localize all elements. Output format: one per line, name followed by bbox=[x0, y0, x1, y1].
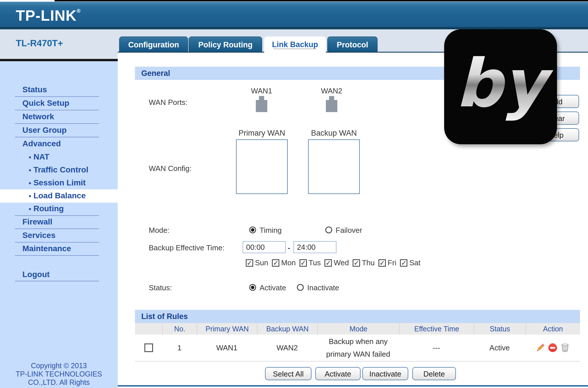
tab-protocol[interactable]: Protocol bbox=[327, 37, 378, 53]
rules-table-header: No. Primary WAN Backup WAN Mode Effectiv… bbox=[135, 323, 580, 335]
tab-configuration[interactable]: Configuration bbox=[119, 37, 188, 53]
day-item: ✓Tus bbox=[299, 258, 321, 267]
day-checkbox[interactable]: ✓ bbox=[299, 259, 307, 267]
disable-icon[interactable] bbox=[548, 343, 558, 353]
day-item: ✓Thu bbox=[353, 258, 375, 267]
wan1-port-icon bbox=[256, 96, 267, 112]
cell-primary-wan: WAN1 bbox=[197, 335, 257, 361]
menu-rule bbox=[15, 228, 99, 229]
section-header-list-of-rules: List of Rules bbox=[135, 310, 580, 323]
header-primary-wan: Primary WAN bbox=[197, 323, 257, 335]
failover-label: Failover bbox=[336, 226, 362, 235]
bullet-icon: • bbox=[29, 179, 31, 187]
menu-rule bbox=[15, 242, 99, 243]
sidebar-item-firewall[interactable]: Firewall bbox=[22, 218, 52, 226]
day-item: ✓Wed bbox=[324, 258, 349, 267]
wan2-label: WAN2 bbox=[319, 87, 345, 95]
day-checkbox[interactable]: ✓ bbox=[246, 259, 253, 267]
sidebar-divider-bar bbox=[0, 59, 118, 61]
time-from-input[interactable] bbox=[243, 241, 286, 253]
bullet-icon: • bbox=[29, 205, 31, 213]
sidebar-item-status[interactable]: Status bbox=[22, 85, 47, 94]
menu-rule bbox=[15, 123, 99, 124]
row-checkbox[interactable] bbox=[144, 343, 153, 352]
brand-logo: TP-LINK® bbox=[16, 7, 81, 24]
cell-backup-wan: WAN2 bbox=[257, 335, 317, 361]
wan2-port-icon bbox=[326, 96, 337, 112]
registered-mark: ® bbox=[77, 8, 81, 14]
header-status: Status bbox=[474, 323, 525, 335]
inactivate-radio[interactable] bbox=[297, 284, 304, 291]
wan-config-label: WAN Config: bbox=[149, 164, 192, 173]
active-tab-gap bbox=[264, 52, 326, 53]
day-checkbox[interactable]: ✓ bbox=[324, 259, 332, 267]
sidebar-subitem-session-limit[interactable]: •Session Limit bbox=[29, 178, 86, 187]
header-mode: Mode bbox=[317, 323, 399, 335]
sidebar-subitem-load-balance[interactable]: •Load Balance bbox=[29, 191, 86, 200]
router-admin-screen: TP-LINK® TL-R470T+ Status Quick Setup Ne… bbox=[0, 0, 588, 388]
sidebar-subitem-nat[interactable]: •NAT bbox=[29, 153, 49, 162]
tab-link-backup[interactable]: Link Backup bbox=[264, 37, 326, 53]
sidebar-item-quick-setup[interactable]: Quick Setup bbox=[22, 99, 69, 107]
timing-radio[interactable] bbox=[249, 226, 256, 233]
by-logo-overlay: by bbox=[444, 29, 557, 144]
select-all-button[interactable]: Select All bbox=[265, 367, 312, 380]
bullet-icon: • bbox=[29, 166, 31, 174]
day-checkbox[interactable]: ✓ bbox=[400, 259, 407, 267]
copyright-notice: Copyright © 2013 TP-LINK TECHNOLOGIES CO… bbox=[3, 362, 115, 388]
cell-status: Active bbox=[474, 335, 525, 361]
backup-wan-listbox[interactable] bbox=[308, 139, 360, 194]
header-effective-time: Effective Time bbox=[399, 323, 474, 335]
primary-wan-label: Primary WAN bbox=[237, 129, 286, 138]
menu-rule bbox=[15, 96, 99, 97]
edit-pencil-icon[interactable] bbox=[535, 343, 545, 353]
cell-mode: Backup when anyprimary WAN failed bbox=[317, 335, 399, 361]
sidebar-item-services[interactable]: Services bbox=[22, 231, 55, 240]
day-checkbox[interactable]: ✓ bbox=[272, 259, 279, 267]
sidebar-item-logout[interactable]: Logout bbox=[22, 270, 50, 279]
menu-rule bbox=[15, 215, 99, 216]
bottom-divider-line bbox=[118, 385, 588, 387]
backup-wan-label: Backup WAN bbox=[310, 129, 358, 138]
menu-rule bbox=[15, 137, 99, 137]
sidebar-model-area: TL-R470T+ bbox=[0, 29, 118, 59]
sidebar-menu: Status Quick Setup Network User Group Ad… bbox=[0, 61, 118, 388]
day-item: ✓Mon bbox=[272, 258, 296, 267]
tab-policy-routing[interactable]: Policy Routing bbox=[189, 37, 262, 53]
action-icons bbox=[535, 343, 570, 353]
inactivate-label: Inactivate bbox=[307, 283, 339, 292]
active-tab-underline bbox=[273, 49, 316, 49]
failover-radio[interactable] bbox=[325, 226, 332, 233]
activate-button[interactable]: Activate bbox=[315, 367, 361, 380]
delete-button[interactable]: Delete bbox=[412, 367, 456, 380]
activate-radio[interactable] bbox=[249, 284, 256, 291]
sidebar-item-maintenance[interactable]: Maintenance bbox=[22, 244, 71, 253]
cell-no: 1 bbox=[162, 335, 197, 361]
by-logo: by bbox=[444, 29, 557, 144]
sidebar-item-advanced[interactable]: Advanced bbox=[22, 139, 61, 148]
day-item: ✓Fri bbox=[378, 258, 396, 267]
sidebar-subitem-traffic-control[interactable]: •Traffic Control bbox=[29, 166, 88, 174]
primary-wan-listbox[interactable] bbox=[236, 139, 288, 194]
day-checkbox[interactable]: ✓ bbox=[378, 259, 386, 267]
inactivate-button[interactable]: Inactivate bbox=[362, 367, 408, 380]
trash-bucket-icon[interactable] bbox=[560, 343, 570, 353]
bullet-icon: • bbox=[29, 192, 31, 200]
bullet-icon: • bbox=[29, 153, 31, 161]
sidebar-subitem-routing[interactable]: •Routing bbox=[29, 204, 64, 213]
device-model: TL-R470T+ bbox=[16, 38, 63, 49]
activate-label: Activate bbox=[260, 283, 286, 292]
time-to-input[interactable] bbox=[293, 241, 336, 253]
copyright-line: Copyright © 2013 bbox=[3, 362, 115, 370]
backup-effective-time-label: Backup Effective Time: bbox=[149, 243, 225, 252]
header-action: Action bbox=[525, 323, 580, 335]
sidebar-item-network[interactable]: Network bbox=[22, 112, 54, 121]
copyright-line: TP-LINK TECHNOLOGIES bbox=[3, 370, 115, 378]
day-item: ✓Sat bbox=[400, 258, 420, 267]
day-checkbox[interactable]: ✓ bbox=[353, 259, 360, 267]
menu-rule bbox=[15, 110, 99, 110]
header-no: No. bbox=[162, 323, 197, 335]
sidebar-item-user-group[interactable]: User Group bbox=[22, 126, 67, 135]
copyright-line: CO.,LTD. All Rights bbox=[3, 378, 115, 387]
mode-label: Mode: bbox=[149, 226, 169, 235]
